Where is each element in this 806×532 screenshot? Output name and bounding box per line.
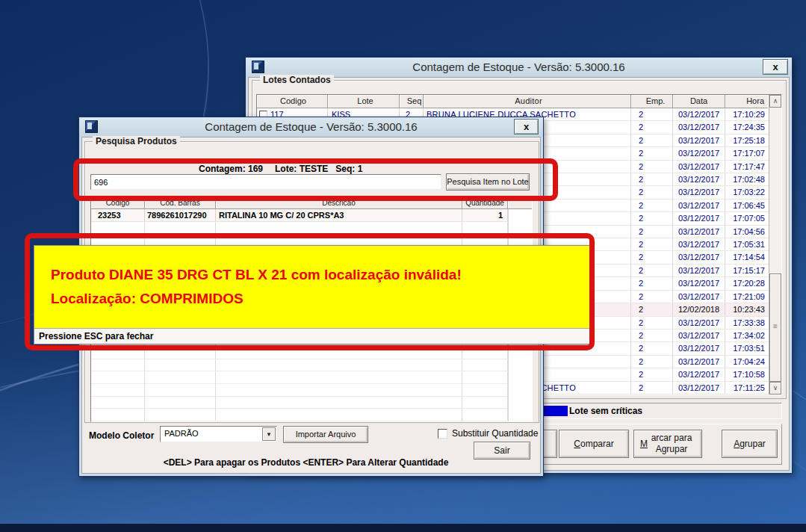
column-header-lote[interactable]: Lote	[328, 95, 400, 108]
cell-emp: 2	[631, 108, 673, 120]
empty-cell	[216, 359, 462, 371]
lotes-table-header-row: Codigo Lote Seq Auditor Emp. Data Hora	[257, 95, 768, 108]
close-icon[interactable]: x	[763, 59, 788, 75]
search-input[interactable]	[90, 174, 441, 190]
empty-cell	[91, 222, 145, 234]
empty-cell	[145, 409, 216, 421]
column-header-descricao[interactable]: Descricao	[216, 197, 462, 209]
cell-data: 12/02/2018	[673, 303, 725, 315]
cell-hora: 17:05:31	[725, 238, 769, 250]
empty-cell	[216, 397, 462, 409]
column-header-codigo[interactable]: Codigo	[91, 197, 145, 209]
scroll-up-button[interactable]: ∧	[769, 95, 781, 108]
vertical-scrollbar[interactable]: ∧ ≡ ∨	[769, 95, 781, 395]
empty-cell	[145, 397, 216, 409]
column-header-quantidade[interactable]: Quantidade	[462, 197, 508, 209]
cell-hora: 17:17:47	[725, 161, 769, 173]
modelo-coletor-value: PADRÃO	[164, 429, 199, 438]
lote-seq-status: Lote: TESTE Seq: 1	[275, 164, 362, 174]
empty-cell	[91, 397, 145, 409]
cell-hora: 17:10:29	[725, 108, 769, 120]
column-header-auditor[interactable]: Auditor	[424, 95, 631, 108]
keyboard-hint: <DEL> Para apagar os Produtos <ENTER> Pa…	[79, 457, 533, 468]
marcar-para-agrupar-button[interactable]: Marcar para Agrupar	[633, 430, 702, 458]
warning-message: Produto DIANE 35 DRG CT BL X 21 com loca…	[34, 246, 589, 329]
cell-emp: 2	[631, 317, 673, 329]
chevron-down-icon[interactable]: ▼	[262, 427, 276, 441]
wallpaper-bottom-strip	[0, 524, 806, 532]
cell-emp: 2	[631, 238, 673, 250]
cell-data: 03/12/2017	[673, 342, 725, 354]
cell-emp: 2	[631, 265, 673, 276]
cell-emp: 2	[631, 342, 673, 354]
cell-codigo: 23253	[91, 209, 145, 221]
modelo-coletor-select[interactable]: PADRÃO ▼	[160, 426, 277, 442]
column-header-cod-barras[interactable]: Cod. Barras	[145, 197, 216, 209]
close-icon[interactable]: x	[514, 119, 539, 134]
empty-cell	[462, 347, 508, 359]
cell-hora: 17:03:51	[725, 342, 769, 354]
column-header-seq[interactable]: Seq	[400, 95, 424, 108]
empty-cell	[216, 371, 462, 383]
cell-data: 03/12/2017	[673, 382, 725, 394]
cell-hora: 17:10:58	[725, 368, 769, 380]
cell-data: 03/12/2017	[673, 265, 725, 276]
cell-emp: 2	[631, 121, 673, 133]
empty-cell	[216, 222, 462, 234]
cell-hora: 17:20:28	[725, 277, 769, 289]
empty-table-row	[91, 371, 508, 384]
empty-cell	[91, 359, 145, 371]
cell-emp: 2	[631, 251, 673, 263]
cell-hora: 17:21:09	[725, 291, 769, 303]
substituir-quantidade-label: Substituir Quantidade	[452, 428, 538, 439]
cell-data: 03/12/2017	[673, 251, 725, 263]
lotes-contados-group-label: Lotes Contados	[260, 75, 334, 85]
empty-cell	[216, 347, 462, 359]
cell-emp: 2	[631, 147, 673, 159]
cell-hora: 17:11:25	[725, 382, 769, 394]
front-window-title: Contagem de Estoque - Versão: 5.3000.16	[79, 117, 543, 137]
front-window-titlebar[interactable]: Contagem de Estoque - Versão: 5.3000.16 …	[79, 117, 543, 137]
popup-footer-hint: Pressione ESC para fechar	[34, 328, 589, 344]
agrupar-button[interactable]: Agrupar	[722, 430, 778, 458]
empty-table-row	[91, 409, 508, 421]
cell-emp: 2	[631, 200, 673, 211]
cell-data: 03/12/2017	[673, 212, 725, 224]
warning-line-1: Produto DIANE 35 DRG CT BL X 21 com loca…	[51, 263, 589, 287]
cell-data: 03/12/2017	[673, 147, 725, 159]
cell-emp: 2	[631, 303, 673, 315]
cell-quantidade: 1	[462, 209, 508, 221]
table-row[interactable]: 23253 7896261017290 RITALINA 10 MG C/ 20…	[91, 209, 508, 222]
cell-hora: 17:04:56	[725, 226, 769, 238]
column-header-emp[interactable]: Emp.	[631, 95, 673, 108]
column-header-hora[interactable]: Hora	[725, 95, 768, 108]
empty-cell	[462, 397, 508, 409]
pesquisa-produtos-group-label: Pesquisa Produtos	[93, 136, 180, 146]
cell-data: 03/12/2017	[673, 108, 725, 120]
column-header-data[interactable]: Data	[673, 95, 725, 108]
chevron-up-icon: ∧	[773, 97, 778, 105]
cell-data: 03/12/2017	[673, 226, 725, 238]
legend-label: Lote sem críticas	[569, 406, 642, 416]
scroll-down-button[interactable]: ∨	[769, 382, 781, 395]
cell-data: 03/12/2017	[673, 368, 725, 380]
cell-hora: 17:34:02	[725, 330, 769, 341]
importar-arquivo-button[interactable]: Importar Arquivo	[283, 426, 368, 443]
cell-hora: 17:24:35	[725, 121, 769, 133]
cell-emp: 2	[631, 382, 673, 394]
comparar-button[interactable]: Comparar	[559, 430, 629, 458]
substituir-quantidade-checkbox[interactable]	[438, 429, 447, 439]
cell-hora: 17:25:18	[725, 134, 769, 146]
cell-emp: 2	[631, 161, 673, 173]
scrollbar-thumb[interactable]: ≡	[769, 273, 781, 382]
empty-table-row	[91, 222, 508, 235]
empty-cell	[462, 359, 508, 371]
cell-hora: 17:03:22	[725, 186, 769, 198]
contagem-status: Contagem: 169	[199, 164, 263, 174]
empty-cell	[91, 347, 145, 359]
pesquisa-item-button[interactable]: Pesquisa Item no Lote	[446, 173, 530, 191]
column-header-codigo[interactable]: Codigo	[257, 95, 328, 108]
chevron-down-icon: ∨	[773, 384, 778, 392]
empty-cell	[145, 347, 216, 359]
empty-cell	[216, 409, 462, 421]
